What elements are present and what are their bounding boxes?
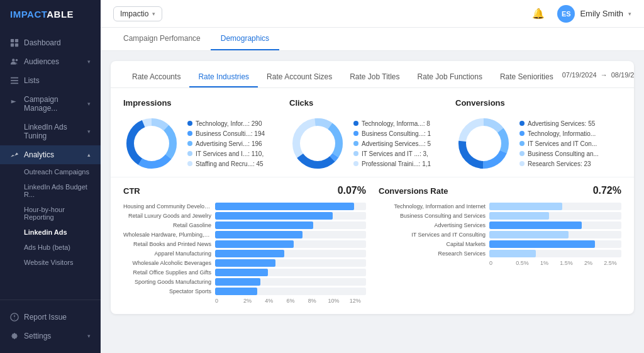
sidebar-item-linkedin-budget[interactable]: LinkedIn Ads Budget R...: [24, 179, 101, 202]
legend-dot: [519, 121, 525, 126]
legend-dot: [353, 141, 358, 146]
user-menu[interactable]: ES Emily Smith ▾: [557, 5, 631, 23]
legend-label: Advertising Services: 55: [528, 120, 595, 127]
sidebar-item-report-issue[interactable]: Report Issue: [0, 308, 101, 327]
impressions-chart: Impressions: [123, 98, 289, 172]
bar-track: [215, 269, 366, 276]
legend-dot: [187, 121, 192, 126]
user-chevron-icon: ▾: [628, 11, 631, 17]
legend-label: Advertising Services...: 5: [362, 140, 431, 147]
ctr-title: CTR: [123, 186, 140, 196]
bar-label: Business Consulting and Services: [379, 213, 486, 219]
clicks-legend: Technology, Informa...: 8 Business Consu…: [353, 120, 431, 167]
analytics-submenu: Outreach Campaigns LinkedIn Ads Budget R…: [0, 164, 101, 270]
axis-label: 10%: [323, 298, 344, 304]
bar-track: [215, 212, 366, 220]
legend-dot: [353, 161, 358, 166]
workspace-selector[interactable]: Impactio ▾: [113, 6, 162, 21]
tab-campaign-performance[interactable]: Campaign Perfomance: [113, 28, 211, 50]
legend-item: Technology, Informa...: 8: [353, 120, 431, 127]
bar-fill: [489, 212, 549, 220]
axis-label: 0: [215, 298, 236, 304]
tab-rate-industries[interactable]: Rate Industries: [189, 67, 258, 87]
users-icon: [10, 57, 19, 66]
sidebar-item-campaign-manager[interactable]: Campaign Manage... ▾: [0, 90, 101, 118]
bar-charts-row: CTR 0.07% Housing and Community Developm…: [111, 177, 634, 314]
ctr-bar-chart: Housing and Community Development Retail…: [123, 203, 366, 295]
axis-label: 2%: [236, 298, 258, 304]
bar-label: Retail Gasoline: [123, 222, 211, 228]
impressions-legend: Technology, Infor...: 290 Business Consu…: [187, 120, 265, 167]
sidebar-item-linkedin-ads-tuning[interactable]: LinkedIn Ads Tuning ▾: [0, 118, 101, 145]
bar-track: [215, 203, 366, 210]
bar-row: Spectator Sports: [123, 288, 366, 295]
sidebar-item-audiences-label: Audiences: [24, 57, 82, 66]
legend-item: Staffing and Recru...: 45: [187, 160, 265, 167]
content-area: Rate Accounts Rate Industries Rate Accou…: [101, 51, 644, 353]
bar-label: Research Services: [379, 250, 486, 257]
tab-demographics[interactable]: Demographics: [211, 28, 279, 50]
tab-rate-account-sizes[interactable]: Rate Account Sizes: [258, 67, 341, 87]
conversions-donut-row: Advertising Services: 55 Technology, Inf…: [455, 115, 621, 172]
sidebar-item-website-visitors[interactable]: Website Visitors: [24, 255, 101, 270]
legend-dot: [187, 151, 192, 156]
tab-rate-accounts[interactable]: Rate Accounts: [123, 67, 189, 87]
conversions-rate-section: Conversions Rate 0.72% Technology, Infor…: [379, 185, 621, 304]
bar-track: [489, 221, 621, 229]
sidebar-nav: Dashboard Audiences ▾ Lists Campaign Man…: [0, 28, 101, 300]
workspace-chevron-icon: ▾: [152, 11, 155, 17]
tab-rate-job-titles[interactable]: Rate Job Titles: [341, 67, 408, 87]
topbar: Impactio ▾ 🔔 ES Emily Smith ▾: [101, 0, 644, 28]
sidebar-item-outreach-campaigns[interactable]: Outreach Campaigns: [24, 164, 101, 179]
bar-row: Business Consulting and Services: [379, 212, 621, 220]
tab-rate-job-functions[interactable]: Rate Job Functions: [409, 67, 491, 87]
bar-label: Capital Markets: [379, 241, 486, 247]
sidebar-item-ads-hub[interactable]: Ads Hub (beta): [24, 240, 101, 255]
clicks-donut: [289, 115, 346, 172]
bar-row: Wholesale Alcoholic Beverages: [123, 259, 366, 267]
svg-point-4: [12, 59, 14, 61]
sidebar-item-linkedin-ads[interactable]: Linkedin Ads: [24, 225, 101, 240]
legend-item: IT Services and IT Con...: [519, 140, 599, 147]
sidebar-item-lists[interactable]: Lists: [0, 71, 101, 90]
bar-label: Retail Books and Printed News: [123, 241, 211, 247]
ctr-section: CTR 0.07% Housing and Community Developm…: [123, 185, 366, 304]
bar-fill: [215, 288, 257, 295]
conversions-title: Conversions: [455, 98, 621, 108]
chevron-down-icon: ▾: [87, 59, 91, 65]
clicks-svg: [289, 115, 346, 172]
svg-rect-3: [15, 43, 18, 47]
legend-item: IT Services and I...: 110,: [187, 150, 265, 157]
legend-dot: [353, 121, 358, 126]
sidebar-item-hour-by-hour[interactable]: Hour-by-hour Reporting: [24, 202, 101, 225]
bar-fill: [215, 278, 260, 286]
tab-rate-seniorities[interactable]: Rate Seniorities: [491, 67, 562, 87]
sidebar-item-analytics[interactable]: Analytics ▴: [0, 145, 101, 164]
sidebar-item-dashboard[interactable]: Dashboard: [0, 33, 101, 52]
bar-track: [215, 240, 366, 248]
sidebar-item-audiences[interactable]: Audiences ▾: [0, 52, 101, 71]
tune-icon: [10, 127, 19, 136]
legend-item: IT Services and IT ...: 3,: [353, 150, 431, 157]
axis-label: 0.5%: [511, 260, 533, 266]
bar-label: Wholesale Alcoholic Beverages: [123, 260, 211, 266]
sidebar-item-lists-label: Lists: [24, 76, 91, 85]
bar-row: Retail Books and Printed News: [123, 240, 366, 248]
bar-row: Retail Gasoline: [123, 221, 366, 229]
bar-fill: [489, 221, 582, 229]
bell-icon[interactable]: 🔔: [532, 8, 545, 20]
legend-label: Technology, Infor...: 290: [196, 120, 262, 127]
legend-item: Research Services: 23: [519, 160, 599, 167]
axis-label: 12%: [345, 298, 366, 304]
sidebar-item-analytics-label: Analytics: [24, 150, 82, 159]
sidebar-item-settings[interactable]: Settings ▾: [0, 327, 101, 345]
bar-row: Research Services: [379, 250, 621, 257]
page-tabs: Campaign Perfomance Demographics: [101, 28, 644, 51]
conv-rate-bar-chart: Technology, Information and Internet Bus…: [379, 203, 621, 257]
sidebar-footer: Report Issue Settings ▾: [0, 300, 101, 353]
bar-label: Wholesale Hardware, Plumbing, Heating Eq…: [123, 232, 211, 238]
legend-item: Business Consulti...: 194: [187, 130, 265, 137]
date-arrow: →: [601, 71, 608, 79]
conv-rate-title: Conversions Rate: [379, 186, 448, 196]
bar-row: Wholesale Hardware, Plumbing, Heating Eq…: [123, 231, 366, 238]
